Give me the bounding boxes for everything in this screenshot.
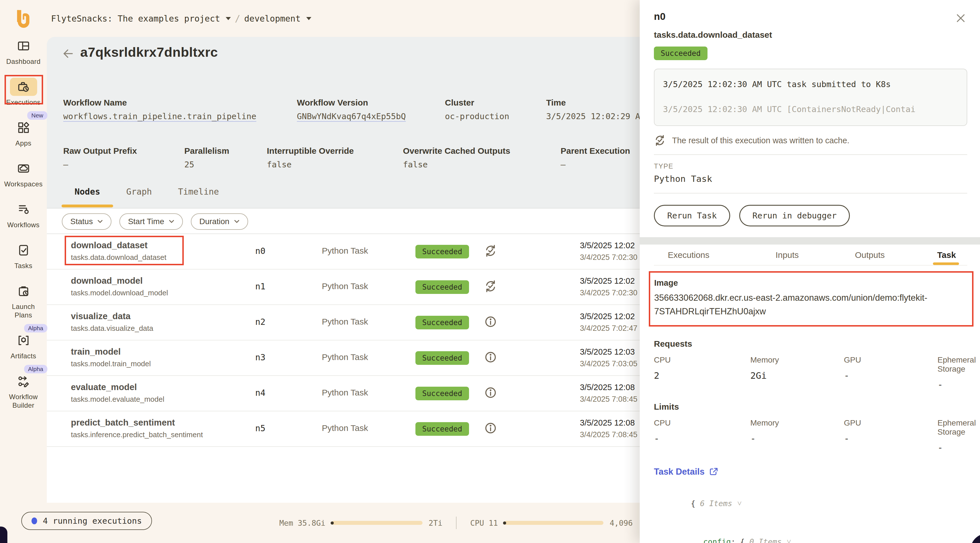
tab-timeline[interactable]: Timeline	[165, 187, 232, 207]
divider	[456, 517, 457, 529]
chevron-down-icon	[306, 17, 311, 20]
status-badge: Succeeded	[415, 245, 469, 258]
panel-tabs: Executions Inputs Outputs Task	[654, 245, 967, 266]
sidebar-item-apps[interactable]: New Apps	[0, 119, 47, 148]
sidebar-item-workflow-builder[interactable]: Alpha Workflow Builder	[0, 372, 47, 410]
sidebar-item-artifacts[interactable]: Alpha Artifacts	[0, 331, 47, 360]
node-task-id: tasks.data.visualize_data	[71, 324, 153, 333]
status-badge: Succeeded	[654, 46, 708, 60]
task-details-link[interactable]: Task Details	[654, 467, 718, 477]
cpu-usage-bar	[504, 521, 603, 525]
cache-hit-icon[interactable]	[484, 289, 497, 294]
sidebar-item-tasks[interactable]: Tasks	[0, 241, 47, 270]
sidebar-item-executions[interactable]: Executions	[0, 78, 47, 107]
sidebar-item-workspaces[interactable]: Workspaces	[0, 159, 47, 188]
node-id: n5	[255, 423, 266, 433]
sidebar-item-dashboard[interactable]: Dashboard	[0, 37, 47, 66]
task-json-viewer[interactable]: { 6 Items ˅ config: { 0 Items ˅ } id: { …	[654, 484, 967, 543]
node-id: n1	[255, 282, 266, 291]
back-button[interactable]	[62, 47, 75, 60]
cache-note: The result of this execution was written…	[672, 136, 849, 145]
node-name-cell[interactable]: download_dataset tasks.data.download_dat…	[71, 240, 167, 262]
domain-selector[interactable]: development	[244, 14, 301, 24]
cpu-usage-label: CPU 11	[470, 519, 498, 527]
chevron-down-icon	[226, 17, 231, 20]
node-id: n0	[255, 246, 266, 256]
filter-dropdown[interactable]: Start Time	[119, 213, 183, 230]
resource-cell: GPU -	[844, 355, 937, 390]
workflows-icon	[18, 204, 30, 215]
breadcrumb-separator: /	[235, 13, 240, 24]
node-start-time: 3/5/2025 12:02	[580, 241, 638, 250]
info-icon[interactable]	[484, 324, 497, 329]
status-badge: Succeeded	[415, 316, 469, 330]
node-name-cell[interactable]: evaluate_model tasks.model.evaluate_mode…	[71, 382, 164, 404]
cluster-resource-gauges: Mem 35.8Gi 2Ti CPU 11 4,096	[279, 503, 633, 543]
node-start-time: 3/5/2025 12:03	[580, 347, 638, 357]
node-name-cell[interactable]: predict_batch_sentiment tasks.inference.…	[71, 417, 203, 439]
image-value: 356633062068.dkr.ecr.us-east-2.amazonaws…	[654, 291, 967, 318]
meta-raw-output-prefix: Raw Output Prefix –	[63, 146, 137, 169]
tab-outputs[interactable]: Outputs	[855, 250, 885, 260]
resource-cell: Ephemeral Storage -	[937, 355, 976, 390]
filter-dropdown[interactable]: Status	[62, 213, 111, 230]
running-executions-button[interactable]: 4 running executions	[21, 512, 152, 530]
new-badge: New	[27, 111, 47, 120]
resource-cell: Memory -	[750, 419, 844, 453]
node-start-time: 3/5/2025 12:08	[580, 418, 638, 428]
requests-title: Requests	[654, 339, 967, 349]
active-tab-underline	[933, 263, 959, 265]
tab-inputs[interactable]: Inputs	[776, 250, 799, 260]
info-icon[interactable]	[484, 395, 497, 400]
node-type: Python Task	[322, 246, 368, 256]
node-name-cell[interactable]: visualize_data tasks.data.visualize_data	[71, 311, 153, 333]
alpha-badge: Alpha	[24, 324, 47, 333]
info-icon[interactable]	[484, 360, 497, 365]
memory-usage-label: Mem 35.8Gi	[279, 519, 326, 527]
cache-icon	[654, 134, 666, 146]
section-separator	[640, 237, 980, 245]
node-type: Python Task	[322, 423, 368, 433]
node-times: 3/5/2025 12:08 3/4/2025 7:08:45	[580, 418, 638, 439]
panel-node-id: n0	[654, 11, 967, 22]
tab-executions[interactable]: Executions	[668, 250, 710, 260]
node-name-cell[interactable]: train_model tasks.model.train_model	[71, 347, 151, 368]
project-selector[interactable]: FlyteSnacks: The examples project	[51, 14, 220, 24]
resource-cell: GPU -	[844, 419, 937, 453]
meta-parent-execution: Parent Execution –	[561, 146, 630, 169]
sidebar-item-workflows[interactable]: Workflows	[0, 200, 47, 229]
tab-nodes[interactable]: Nodes	[62, 187, 113, 207]
rerun-in-debugger-button[interactable]: Rerun in debugger	[739, 205, 850, 226]
image-label: Image	[654, 278, 967, 288]
workflow-version-link[interactable]: GNBwYNdKvaq67q4xEp55bQ	[297, 111, 406, 121]
close-icon[interactable]	[955, 13, 966, 24]
filter-bar: Status Start Time Duration	[62, 213, 248, 230]
node-name: train_model	[71, 347, 151, 357]
json-line: { 6 Items ˅	[654, 484, 967, 522]
panel-task-name: tasks.data.download_dataset	[654, 30, 967, 40]
filter-dropdown[interactable]: Duration	[191, 213, 248, 230]
execution-tabs: Nodes Graph Timeline	[62, 187, 232, 207]
tab-graph[interactable]: Graph	[113, 187, 165, 207]
sidebar-item-launch-plans[interactable]: Launch Plans	[0, 282, 47, 319]
node-times: 3/5/2025 12:08 3/4/2025 7:08:45	[580, 383, 638, 404]
chevron-down-icon	[169, 220, 174, 224]
events-log-box[interactable]: 3/5/2025 12:02:30 AM UTC task submitted …	[654, 68, 967, 126]
workflow-name-link[interactable]: workflows.train_pipeline.train_pipeline	[63, 111, 256, 121]
node-type: Python Task	[322, 352, 368, 362]
meta-interruptible-override: Interruptible Override false	[267, 146, 354, 169]
divider	[654, 193, 967, 193]
type-label: TYPE	[654, 162, 967, 170]
tab-task[interactable]: Task	[937, 250, 956, 260]
node-queued-time: 3/4/2025 7:08:45	[580, 395, 638, 404]
node-id: n3	[255, 352, 266, 362]
workspaces-icon	[18, 162, 30, 175]
meta-workflow-name: Workflow Name workflows.train_pipeline.t…	[63, 98, 256, 121]
node-name-cell[interactable]: download_model tasks.model.download_mode…	[71, 276, 168, 297]
info-icon[interactable]	[484, 431, 497, 435]
cache-hit-icon[interactable]	[484, 253, 497, 258]
rerun-task-button[interactable]: Rerun Task	[654, 205, 730, 226]
node-queued-time: 3/4/2025 7:03:05	[580, 360, 638, 368]
chevron-down-icon	[97, 220, 103, 224]
node-start-time: 3/5/2025 12:02	[580, 276, 638, 286]
